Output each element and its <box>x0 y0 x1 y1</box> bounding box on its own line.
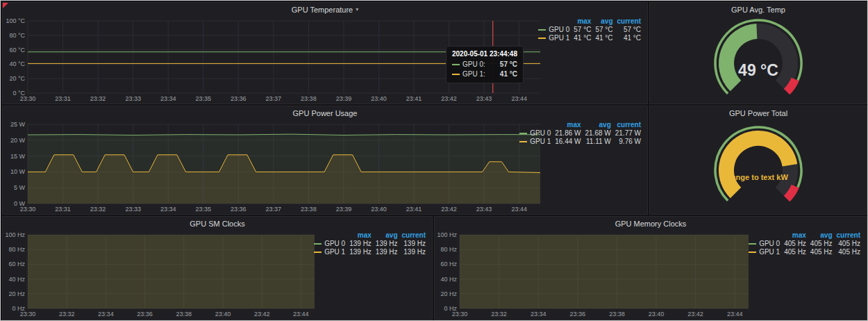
legend-value: 21.68 W <box>583 129 613 138</box>
gpu-sm-clocks-chart[interactable]: 23:3023:3223:3423:3623:3823:4023:4223:44… <box>4 230 320 319</box>
svg-text:60 Hz: 60 Hz <box>8 261 25 268</box>
legend-header-max[interactable]: max <box>571 17 593 26</box>
svg-text:23:36: 23:36 <box>570 311 586 318</box>
svg-text:100 Hz: 100 Hz <box>437 231 457 238</box>
legend-value: 139 Hz <box>374 240 400 248</box>
legend-value: 16.44 W <box>553 138 583 146</box>
legend-spacer <box>312 231 347 240</box>
legend-series-name[interactable]: GPU 0 <box>746 240 782 248</box>
legend-value: 405 Hz <box>808 240 835 248</box>
legend-row: GPU 141 °C41 °C41 °C <box>536 34 643 42</box>
panel-menu-gpu-sm-clocks[interactable]: GPU SM Clocks <box>3 217 432 230</box>
legend-value: 41 °C <box>615 34 643 42</box>
panel-menu-gpu-power-total[interactable]: GPU Power Total <box>650 106 867 120</box>
svg-text:80 Hz: 80 Hz <box>440 246 457 253</box>
svg-text:23:39: 23:39 <box>336 206 352 213</box>
svg-text:40 Hz: 40 Hz <box>440 276 457 283</box>
svg-text:23:40: 23:40 <box>371 206 387 213</box>
legend-series-name[interactable]: GPU 0 <box>517 129 553 138</box>
panel-menu-gpu-avg-temp[interactable]: GPU Avg. Temp <box>650 3 867 16</box>
legend-series-name[interactable]: GPU 0 <box>536 26 571 34</box>
svg-text:23:37: 23:37 <box>266 206 282 213</box>
legend-value: 405 Hz <box>808 248 835 256</box>
svg-text:23:33: 23:33 <box>125 95 141 102</box>
svg-text:23:39: 23:39 <box>336 95 352 102</box>
legend-row: GPU 021.86 W21.68 W21.77 W <box>517 129 643 138</box>
legend-header-avg[interactable]: avg <box>593 17 615 26</box>
svg-text:23:34: 23:34 <box>98 311 114 318</box>
legend-value: 57 °C <box>571 26 593 34</box>
svg-text:40 °C: 40 °C <box>9 60 25 67</box>
panel-title-gpu-temperature: GPU Temperature <box>292 6 353 14</box>
svg-text:23:41: 23:41 <box>406 206 422 213</box>
legend-row: GPU 1139 Hz139 Hz139 Hz <box>312 248 428 256</box>
svg-text:23:44: 23:44 <box>511 95 527 102</box>
svg-text:20 Hz: 20 Hz <box>440 290 457 297</box>
svg-text:0 W: 0 W <box>14 200 26 207</box>
svg-text:10 W: 10 W <box>10 168 26 175</box>
svg-text:23:38: 23:38 <box>301 206 317 213</box>
svg-text:23:35: 23:35 <box>195 95 211 102</box>
legend-row: GPU 0139 Hz139 Hz139 Hz <box>312 240 428 248</box>
legend-header-current[interactable]: current <box>613 121 643 129</box>
legend-header-current[interactable]: current <box>400 231 428 240</box>
svg-text:100 °C: 100 °C <box>6 17 25 24</box>
legend-row: GPU 1405 Hz405 Hz405 Hz <box>746 248 862 256</box>
legend-value: 57 °C <box>615 26 643 34</box>
svg-text:80 °C: 80 °C <box>9 32 25 39</box>
legend-header-avg[interactable]: avg <box>374 231 400 240</box>
series-color-dash-icon <box>452 64 460 65</box>
svg-text:23:33: 23:33 <box>125 206 141 213</box>
panel-menu-gpu-memory-clocks[interactable]: GPU Memory Clocks <box>435 217 867 230</box>
legend-series-name[interactable]: GPU 1 <box>312 248 347 256</box>
legend-series-name[interactable]: GPU 1 <box>536 34 571 42</box>
panel-title-gpu-power-usage: GPU Power Usage <box>293 109 358 117</box>
legend-header-avg[interactable]: avg <box>583 121 613 129</box>
legend-value: 405 Hz <box>782 240 808 248</box>
panel-menu-gpu-power-usage[interactable]: GPU Power Usage <box>3 106 647 120</box>
legend-series-name[interactable]: GPU 1 <box>746 248 782 256</box>
legend-header-current[interactable]: current <box>835 231 862 240</box>
gpu-temperature-legend: maxavgcurrentGPU 057 °C57 °C57 °CGPU 141… <box>536 17 643 42</box>
legend-value: 405 Hz <box>835 248 862 256</box>
panel-gpu-temperature: GPU Temperature ▾ 23:3023:3123:3223:3323… <box>2 2 648 104</box>
legend-value: 21.77 W <box>613 129 643 138</box>
legend-header-current[interactable]: current <box>615 17 643 26</box>
legend-value: 405 Hz <box>835 240 862 248</box>
svg-text:23:32: 23:32 <box>90 206 106 213</box>
series-color-dash-icon <box>749 243 756 245</box>
svg-text:23:37: 23:37 <box>266 95 282 102</box>
tooltip-timestamp: 2020-05-01 23:44:48 <box>452 50 517 58</box>
legend-header-max[interactable]: max <box>347 231 374 240</box>
legend-header-max[interactable]: max <box>553 121 583 129</box>
grafana-dashboard: GPU Temperature ▾ 23:3023:3123:3223:3323… <box>0 0 868 321</box>
panel-title-gpu-power-total: GPU Power Total <box>729 109 787 117</box>
series-color-dash-icon <box>519 141 527 142</box>
svg-text:20 W: 20 W <box>10 137 26 144</box>
svg-text:60 °C: 60 °C <box>9 47 25 54</box>
legend-series-name[interactable]: GPU 0 <box>312 240 347 248</box>
legend-value: 11.11 W <box>583 138 613 146</box>
legend-row: GPU 0405 Hz405 Hz405 Hz <box>746 240 862 248</box>
legend-spacer <box>746 231 782 240</box>
chart-tooltip: 2020-05-01 23:44:48 GPU 0:57 °CGPU 1:41 … <box>446 46 524 83</box>
svg-text:23:31: 23:31 <box>55 206 71 213</box>
panel-menu-gpu-temperature[interactable]: GPU Temperature ▾ <box>3 3 647 16</box>
gpu-memory-clocks-chart[interactable]: 23:3023:3223:3423:3623:3823:4023:4223:44… <box>436 230 754 319</box>
gpu-sm-clocks-legend: maxavgcurrentGPU 0139 Hz139 Hz139 HzGPU … <box>312 231 428 256</box>
svg-text:23:38: 23:38 <box>176 311 192 318</box>
legend-header-avg[interactable]: avg <box>808 231 835 240</box>
svg-text:20 °C: 20 °C <box>9 75 25 82</box>
tooltip-series-values: GPU 0:57 °CGPU 1:41 °C <box>452 60 517 79</box>
legend-row: GPU 057 °C57 °C57 °C <box>536 26 643 34</box>
legend-value: 139 Hz <box>374 248 400 256</box>
legend-spacer <box>536 17 571 26</box>
legend-series-name[interactable]: GPU 1 <box>517 138 553 146</box>
gpu-power-usage-chart[interactable]: 23:3023:3123:3223:3323:3423:3523:3623:37… <box>4 120 546 214</box>
legend-header-max[interactable]: max <box>782 231 808 240</box>
panel-gpu-power-total: GPU Power Total range to text kW <box>649 106 867 215</box>
legend-value: 57 °C <box>593 26 615 34</box>
svg-text:0 Hz: 0 Hz <box>444 305 457 312</box>
panel-alert-corner-icon[interactable] <box>3 3 8 8</box>
svg-text:0 Hz: 0 Hz <box>12 305 25 312</box>
